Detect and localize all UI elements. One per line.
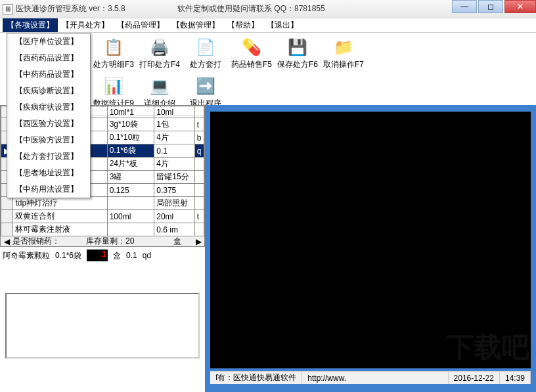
tool-icon: 📊 xyxy=(103,76,124,97)
info-freq: qd xyxy=(143,251,151,260)
minimize-button[interactable]: — xyxy=(452,0,477,13)
tool-label: 保存处方F6 xyxy=(277,59,318,70)
reimburse-label: 是否报销药： xyxy=(12,236,60,247)
drug-ext xyxy=(194,184,204,197)
menu-help[interactable]: 【帮助】 xyxy=(223,18,263,32)
maximize-button[interactable]: ◻ xyxy=(478,0,503,13)
tool-label: 打印处方F4 xyxy=(139,59,180,70)
dropdown-chinese-rx[interactable]: 【中医验方设置】 xyxy=(7,132,90,148)
notes-textarea[interactable] xyxy=(5,293,200,359)
status-url: http://www. xyxy=(302,372,448,384)
tool-button[interactable]: 💾保存处方F6 xyxy=(276,35,319,72)
drug-qty: 留罐15分 xyxy=(154,171,194,184)
drug-ext: b xyxy=(194,131,204,144)
dropdown-chinese-usage[interactable]: 【中药用法设置】 xyxy=(7,181,90,198)
info-line: 阿奇霉素颗粒 0.1*6袋 1 盒 0.1 qd xyxy=(0,247,205,264)
drug-spec: 0.1*6袋 xyxy=(107,144,154,158)
tool-button[interactable]: 📁取消操作F7 xyxy=(322,35,365,72)
tool-icon: 💻 xyxy=(149,76,170,97)
tool-icon: 💊 xyxy=(241,37,262,58)
toolbar-row-1: 📋处方明细F3🖨️打印处方F4📄处方套打💊药品销售F5💾保存处方F6📁取消操作F… xyxy=(92,35,536,72)
dropdown-western-drug[interactable]: 【西药药品设置】 xyxy=(7,50,90,66)
tool-button[interactable]: 📄处方套打 xyxy=(184,35,227,72)
drug-ext xyxy=(194,106,204,118)
info-dose: 0.1 xyxy=(126,251,137,260)
table-row[interactable]: 林可霉素注射液0.6 im xyxy=(1,223,204,236)
row-marker xyxy=(1,223,13,236)
status-date: 2016-12-22 xyxy=(449,372,500,384)
preview-area xyxy=(210,112,531,368)
settings-dropdown: 【医疗单位设置】 【西药药品设置】 【中药药品设置】 【疾病诊断设置】 【疾病症… xyxy=(7,33,91,198)
drug-spec: 24片*板 xyxy=(107,158,154,171)
row-marker xyxy=(1,210,13,223)
drug-qty: 0.375 xyxy=(154,184,194,197)
tool-button[interactable]: 💊药品销售F5 xyxy=(230,35,273,72)
tool-icon: 🖨️ xyxy=(149,37,170,58)
drug-spec: 10ml*1 xyxy=(107,106,154,118)
dropdown-chinese-drug[interactable]: 【中药药品设置】 xyxy=(7,66,90,83)
qq-contact: 软件定制或使用疑问请联系 QQ：8781855 xyxy=(177,3,325,14)
drug-spec xyxy=(107,223,154,236)
menu-data[interactable]: 【数据管理】 xyxy=(168,18,223,32)
tool-button[interactable]: 📋处方明细F3 xyxy=(92,35,135,72)
drug-spec: 0.1*10粒 xyxy=(107,131,154,144)
app-title: 医快通诊所管理系统 ver：3.5.8 xyxy=(16,3,125,14)
drug-name: 林可霉素注射液 xyxy=(13,223,107,236)
info-unit: 盒 xyxy=(113,250,121,261)
drug-ext xyxy=(194,223,204,236)
titlebar: ⊞ 医快通诊所管理系统 ver：3.5.8 软件定制或使用疑问请联系 QQ：87… xyxy=(0,0,536,18)
drug-name: 双黄连合剂 xyxy=(13,210,107,223)
drug-qty: 10ml xyxy=(154,106,194,118)
menu-settings[interactable]: 【各项设置】 xyxy=(3,18,58,32)
drug-qty: 0.6 im xyxy=(154,223,194,236)
drug-ext xyxy=(194,158,204,171)
drug-qty: 局部照射 xyxy=(154,197,194,210)
status-time: 14:39 xyxy=(500,372,531,384)
status-copyright: f有：医快通快易通软件 xyxy=(210,372,302,384)
menu-prescription[interactable]: 【开具处方】 xyxy=(58,18,113,32)
drug-spec: 0.125 xyxy=(107,184,154,197)
info-spec: 0.1*6袋 xyxy=(55,250,81,261)
menu-drugs[interactable]: 【药品管理】 xyxy=(113,18,168,32)
dropdown-diagnosis[interactable]: 【疾病诊断设置】 xyxy=(7,83,90,99)
drug-spec xyxy=(107,197,154,210)
drug-qty: 20ml xyxy=(154,210,194,223)
table-row[interactable]: tdp神灯治疗局部照射 xyxy=(1,197,204,210)
tool-icon: 📄 xyxy=(195,37,216,58)
dropdown-print-template[interactable]: 【处方套打设置】 xyxy=(7,148,90,165)
tool-icon: ➡️ xyxy=(195,76,216,97)
drug-spec: 100ml xyxy=(107,210,154,223)
tool-icon: 📋 xyxy=(103,37,124,58)
drug-ext: t xyxy=(194,210,204,223)
menu-exit[interactable]: 【退出】 xyxy=(263,18,302,32)
drug-qty: 4片 xyxy=(154,158,194,171)
drug-qty: 0.1 xyxy=(154,144,194,158)
window-controls: — ◻ ✕ xyxy=(451,0,536,13)
tool-icon: 💾 xyxy=(287,37,308,58)
drug-qty: 1包 xyxy=(154,118,194,131)
dropdown-patient-address[interactable]: 【患者地址设置】 xyxy=(7,165,90,181)
tool-button[interactable]: 🖨️打印处方F4 xyxy=(138,35,181,72)
app-icon: ⊞ xyxy=(3,4,13,14)
drug-ext xyxy=(194,171,204,184)
close-button[interactable]: ✕ xyxy=(504,0,536,13)
dropdown-medical-unit[interactable]: 【医疗单位设置】 xyxy=(7,33,90,50)
drug-ext: t xyxy=(194,118,204,131)
statusbar: f有：医快通快易通软件 http://www. 2016-12-22 14:39 xyxy=(210,371,531,384)
right-panel: f有：医快通快易通软件 http://www. 2016-12-22 14:39… xyxy=(205,105,536,392)
info-drug: 阿奇霉素颗粒 xyxy=(3,250,50,261)
dropdown-western-rx[interactable]: 【西医验方设置】 xyxy=(7,116,90,132)
tool-label: 药品销售F5 xyxy=(231,59,272,70)
drug-qty: 4片 xyxy=(154,131,194,144)
row-marker xyxy=(1,197,13,210)
tool-label: 处方套打 xyxy=(190,59,221,70)
quantity-input[interactable]: 1 xyxy=(87,250,108,261)
table-row[interactable]: 双黄连合剂100ml20mlt xyxy=(1,210,204,223)
drug-spec: 3g*10袋 xyxy=(107,118,154,131)
drug-ext: q xyxy=(194,144,204,158)
tool-icon: 📁 xyxy=(333,37,354,58)
stock-label: 库存量剩：20 xyxy=(86,236,134,247)
menubar: 【各项设置】 【开具处方】 【药品管理】 【数据管理】 【帮助】 【退出】 xyxy=(0,18,536,33)
drug-ext xyxy=(194,197,204,210)
dropdown-symptoms[interactable]: 【疾病症状设置】 xyxy=(7,99,90,116)
